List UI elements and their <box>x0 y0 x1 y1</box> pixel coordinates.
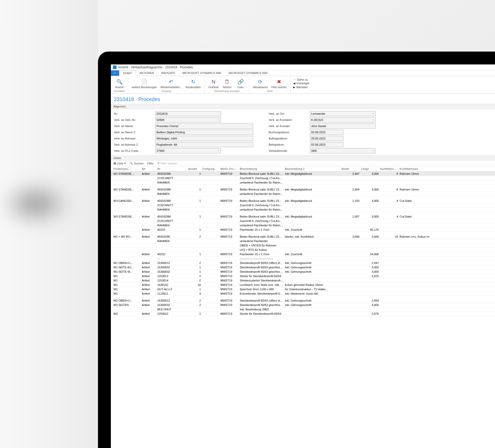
cell: Beitex Blockout satin SUBLI 235g... <box>240 235 285 238</box>
table-row[interactable]: RAHMENumlaufend Flachkeder <box>111 239 495 243</box>
form-input[interactable] <box>310 111 376 116</box>
table-row[interactable]: W3 STANDSE...Artikel4593328M1MWST19Beite… <box>111 214 495 219</box>
table-row[interactable]: W1 SEITE AU...Artikel1530003Z1MWST19Stec… <box>111 265 495 270</box>
column-header[interactable]: Art <box>142 167 157 170</box>
onenote-button[interactable]: N OneNote <box>207 78 220 89</box>
form-input[interactable] <box>310 148 376 153</box>
column-header[interactable]: Breite <box>342 167 361 170</box>
column-header[interactable]: Konfektion... <box>380 167 400 170</box>
table-row[interactable]: W1 STANDSE...Artikel4593328M1MWST19Beite… <box>111 172 495 176</box>
table-row[interactable]: RAHMENumlaufend Flachkeder für Rahm... <box>111 192 495 196</box>
section-allgemein[interactable]: Allgemein <box>111 104 495 109</box>
table-row[interactable]: Artikel4023Z1MWST19Flachkeder 15 x 2,7mm… <box>111 252 495 256</box>
column-header[interactable]: Beschreibung <box>240 167 285 170</box>
column-header[interactable]: Anzahl <box>188 167 202 170</box>
table-row[interactable]: W2Artikel12530121MWST19Strebe für Steckk… <box>111 312 495 316</box>
table-row[interactable]: W1Artikel12530142MWST19Strebenzubehör St… <box>111 278 495 283</box>
cell: 1,097 <box>342 215 361 218</box>
table-row[interactable]: Artikel4023Z1MWST19Flachkeder 15 x 2,7mm… <box>111 228 495 232</box>
cell: MWST19 <box>220 253 240 256</box>
form-input[interactable] <box>310 123 376 129</box>
form-input[interactable] <box>310 142 343 147</box>
tab-start[interactable]: START <box>119 70 136 76</box>
notizen-button[interactable]: 🗒 Notizen <box>221 78 234 89</box>
form-input[interactable] <box>310 117 376 122</box>
column-header[interactable]: Beschreibung 2 <box>285 167 342 170</box>
column-header[interactable]: Fertigung... <box>202 167 220 170</box>
table-row[interactable]: W1Artikel183015210MWST19Lochblech 1mm St… <box>111 283 495 287</box>
table-row[interactable]: ZUSCHNITTZuschnitt lt. Zeichnung / Cut-K… <box>111 203 495 208</box>
column-header[interactable]: Positionsnu... <box>113 167 142 170</box>
cell: 4593328K <box>157 235 188 238</box>
form-input[interactable] <box>155 148 221 153</box>
table-row[interactable]: OBEN + UNTEN für Rahmen <box>111 243 495 248</box>
cell: 3,000 <box>361 266 380 269</box>
table-row[interactable]: LKS + RTS für Kubus <box>111 248 495 252</box>
table-row[interactable]: RAHMENumlaufend Flachkeder für Rahm... <box>111 223 495 228</box>
form-input[interactable] <box>155 111 221 116</box>
bemerkungen-button[interactable]: 📄 weitere Bemerkungen <box>130 78 158 89</box>
grid-icon: ▦ <box>113 162 116 165</box>
cell: inkl. Megadigitaldruck <box>285 215 342 218</box>
suchen-button[interactable]: 🔍Suchen <box>129 162 144 165</box>
table-row[interactable]: W1 OBEN+U...Artikel1530001Z2MWST19Steckk… <box>111 261 495 265</box>
aktualisieren-button[interactable]: ⟳ Aktualisieren <box>251 78 269 89</box>
form-row: Verk. an Adresse: <box>114 136 253 141</box>
table-row[interactable]: W1ArtikelGUT-ALU-Z1MWST19Sperrholz 9mm 1… <box>111 287 495 292</box>
form-input[interactable] <box>155 123 253 129</box>
cell: 1 <box>188 188 202 191</box>
cell: Beitex Blockout satin SUBLI 235g... <box>240 172 285 175</box>
form-label: Verk. an PLZ-Code: <box>114 149 153 152</box>
form-label: Verkäufercode: <box>269 149 307 152</box>
cell: Strebenzubehör Steckkederprofil... <box>240 279 285 282</box>
table-row[interactable]: ZUSCHNITTZuschnitt lt. Zeichnung / Cut-K… <box>111 219 495 223</box>
form-input[interactable] <box>155 117 221 122</box>
table-row[interactable]: W1 + W2 RÜ...Artikel4593328K2MWST19Beite… <box>111 235 495 239</box>
table-row[interactable]: W1Artikel12530122MWST19Strebe für Steckk… <box>111 274 495 278</box>
kundendaten-button[interactable]: ↻ Kundendaten <box>184 78 203 89</box>
column-header[interactable]: MwSt.-Pro... <box>220 167 240 170</box>
filter-loeschen-button[interactable]: ✖ Filter löschen <box>270 78 288 89</box>
form-input[interactable] <box>155 142 253 147</box>
cell: umlaufend Flachkeder für Rahm... <box>240 181 285 184</box>
cell: Artikel <box>142 235 157 238</box>
table-row[interactable]: - ------------------------------------ <box>111 256 495 261</box>
cell: RAHMEN <box>157 181 188 184</box>
table-row[interactable]: RAHMENumlaufend Flachkeder für Rahm... <box>111 208 495 212</box>
table-row[interactable]: W2 STANDSE...Artikel4593328M1MWST19Beite… <box>111 187 495 192</box>
cell: Strebe für Steckkederprofil 60/53 <box>240 275 285 278</box>
zeile-menu[interactable]: ▦Zeile▾ <box>113 162 126 165</box>
cell: umlaufend Flachkeder <box>240 239 285 243</box>
table-row[interactable]: MULTINUTinkl. Bearbeitung (SBZ) <box>111 307 495 312</box>
links-button[interactable]: 🔗 Links <box>234 78 247 89</box>
form-input[interactable] <box>155 130 253 135</box>
filter-button[interactable]: Filter <box>147 162 153 165</box>
form-input[interactable] <box>310 130 343 135</box>
table-row[interactable]: RAHMENumlaufend Flachkeder für Rahm... <box>111 180 495 185</box>
form-input[interactable] <box>155 136 253 141</box>
tab-aktionen[interactable]: AKTIONEN <box>136 70 158 76</box>
table-row[interactable]: W1 SEITE M...Artikel1530003Z1MWST19Steck… <box>111 270 495 274</box>
refresh-icon: ⟳ <box>257 78 264 85</box>
form-input[interactable] <box>310 136 343 141</box>
filter-loeschen-button[interactable]: ✖Filter löschen <box>157 162 177 165</box>
column-header[interactable]: Nr. <box>157 167 188 170</box>
file-menu[interactable] <box>111 70 119 76</box>
table-row[interactable]: W3 GANGSEI...Artikel4593328M1MWST19Beite… <box>111 199 495 203</box>
tab-navigate[interactable]: NAVIGATE <box>158 70 179 76</box>
wiederherstellen-button[interactable]: ↶ Wiederherstellen... <box>159 78 183 89</box>
cell: 2 <box>188 299 202 302</box>
table-row[interactable]: W2 OBEN+U...Artikel1530001Z2MWST19Steckk… <box>111 298 495 303</box>
naechster-link[interactable]: ▶Nächster <box>293 86 309 89</box>
table-row[interactable]: W2 SEITENArtikel1530003Z2MWST19Steckkede… <box>111 303 495 307</box>
table-row[interactable]: ZUSCHNITTZuschnitt lt. Zeichnung / Cut-K… <box>111 176 495 180</box>
section-zeilen[interactable]: Zeilen <box>111 155 495 161</box>
tab-dynamics-1[interactable]: MICROSOFT DYNAMICS NAV <box>179 70 225 76</box>
gehe-zu-link[interactable]: →Gehe zu <box>293 78 309 81</box>
tab-dynamics-2[interactable]: MICROSOFT DYNAMICS NAV <box>225 70 271 76</box>
table-row[interactable]: W1Artikel11199114MWST19Eckverbinder Stec… <box>111 292 495 296</box>
column-header[interactable]: Konfektionsart <box>400 167 433 170</box>
ansicht-button[interactable]: 🔍 Ansicht <box>113 78 126 89</box>
column-header[interactable]: Länge <box>361 167 380 170</box>
vorheriger-link[interactable]: ◀Vorheriger <box>293 82 309 85</box>
